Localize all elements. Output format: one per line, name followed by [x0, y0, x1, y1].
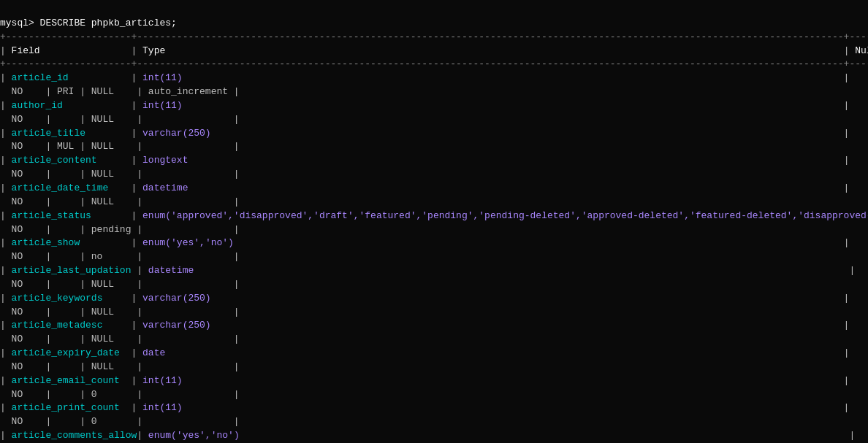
row-article-id-attrs: NO | PRI | NULL | auto_increment | — [0, 86, 240, 97]
row-article-printcount-field: | article_print_count | int(11) | — [0, 402, 849, 413]
row-article-lastupdation-field: | article_last_updation | datetime | — [0, 265, 855, 276]
row-article-commentsallow-field: | article_comments_allow| enum('yes','no… — [0, 430, 855, 441]
row-article-title-field: | article_title | varchar(250) | — [0, 128, 849, 139]
terminal-window: mysql> DESCRIBE phpkb_articles; +-------… — [0, 0, 868, 443]
row-article-emailcount-attrs: NO | | 0 | | — [0, 389, 240, 400]
row-article-metadesc-field: | article_metadesc | varchar(250) | — [0, 320, 849, 331]
row-article-title-attrs: NO | MUL | NULL | | — [0, 141, 240, 152]
row-article-show-field: | article_show | enum('yes','no') | — [0, 237, 849, 248]
row-author-id-field: | author_id | int(11) | — [0, 100, 849, 111]
row-article-show-attrs: NO | | no | | — [0, 251, 240, 262]
row-article-keywords-field: | article_keywords | varchar(250) | — [0, 293, 849, 304]
row-author-id-attrs: NO | | NULL | | — [0, 114, 240, 125]
row-article-lastupdation-attrs: NO | | NULL | | — [0, 279, 240, 290]
row-article-metadesc-attrs: NO | | NULL | | — [0, 334, 240, 344]
row-article-emailcount-field: | article_email_count | int(11) | — [0, 375, 849, 386]
row-article-content-attrs: NO | | NULL | | — [0, 169, 240, 180]
row-article-status-field: | article_status | enum('approved','disa… — [0, 210, 868, 221]
row-article-expirydate-attrs: NO | | NULL | | — [0, 361, 240, 372]
row-article-datetime-attrs: NO | | NULL | | — [0, 196, 240, 207]
row-article-datetime-field: | article_date_time | datetime | — [0, 182, 849, 193]
row-article-status-attrs: NO | | pending | | — [0, 224, 240, 235]
row-article-expirydate-field: | article_expiry_date | date | — [0, 347, 849, 358]
row-article-id-field: | article_id | int(11) | — [0, 72, 849, 83]
row-article-printcount-attrs: NO | | 0 | | — [0, 416, 240, 427]
divider-top: +----------------------+----------------… — [0, 31, 868, 42]
header-row: | Field | Type | Null | Key | Default | … — [0, 45, 868, 56]
row-article-content-field: | article_content | longtext | — [0, 155, 849, 166]
command-line: mysql> DESCRIBE phpkb_articles; — [0, 18, 177, 28]
divider-header: +----------------------+----------------… — [0, 58, 868, 69]
row-article-keywords-attrs: NO | | NULL | | — [0, 307, 240, 317]
